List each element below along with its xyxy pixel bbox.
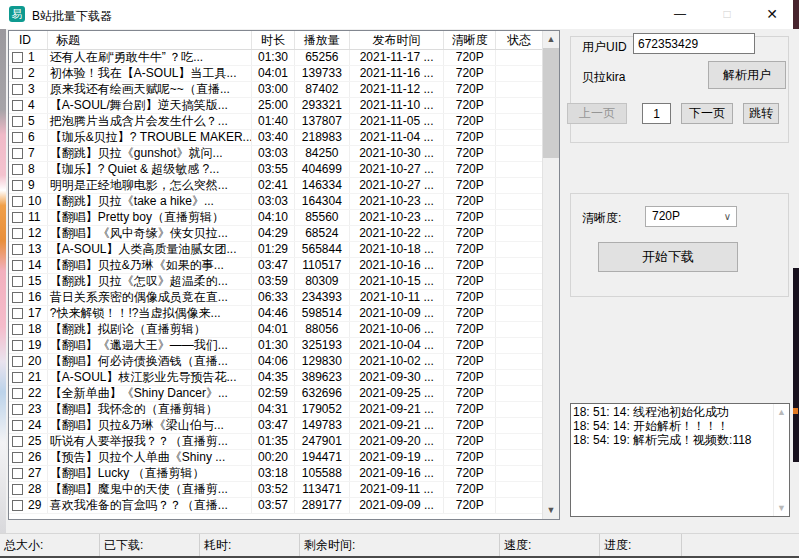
row-checkbox[interactable] <box>12 420 23 431</box>
row-checkbox[interactable] <box>12 84 23 95</box>
table-row[interactable]: 29 喜欢我准备的盲盒吗？？（直播... 03:57 289177 2021-0… <box>9 498 542 514</box>
column-header-quality[interactable]: 清晰度 <box>444 31 496 49</box>
row-checkbox[interactable] <box>12 228 23 239</box>
row-checkbox[interactable] <box>12 372 23 383</box>
table-row[interactable]: 14 【翻唱】贝拉&乃琳《如果的事... 03:47 110517 2021-1… <box>9 258 542 274</box>
row-checkbox[interactable] <box>12 164 23 175</box>
table-row[interactable]: 6 【珈乐&贝拉】? TROUBLE MAKER... 03:40 218983… <box>9 130 542 146</box>
row-checkbox[interactable] <box>12 276 23 287</box>
row-plays: 85560 <box>295 210 350 225</box>
row-id: 24 <box>28 418 41 433</box>
row-checkbox[interactable] <box>12 452 23 463</box>
row-id-cell: 27 <box>9 466 48 481</box>
row-plays: 234393 <box>295 290 350 305</box>
table-row[interactable]: 16 昔日关系亲密的偶像成员竟在直... 06:33 234393 2021-1… <box>9 290 542 306</box>
table-row[interactable]: 18 【翻跳】拟剧论（直播剪辑） 04:01 88056 2021-10-06 … <box>9 322 542 338</box>
row-checkbox[interactable] <box>12 356 23 367</box>
column-header-date[interactable]: 发布时间 <box>350 31 445 49</box>
row-checkbox[interactable] <box>12 244 23 255</box>
table-row[interactable]: 3 原来我还有绘画天赋呢~~（直播... 03:00 87402 2021-11… <box>9 82 542 98</box>
row-title: 【珈乐】? Quiet & 超级敏感 ?... <box>48 162 252 177</box>
column-header-plays[interactable]: 播放量 <box>295 31 350 49</box>
log-scroll-up-icon[interactable]: ▲ <box>774 407 789 417</box>
row-plays: 149783 <box>295 418 350 433</box>
row-checkbox[interactable] <box>12 468 23 479</box>
table-scrollbar[interactable]: ▲ ▼ <box>542 31 559 519</box>
row-title: 明明是正经地聊电影，怎么突然... <box>48 178 252 193</box>
table-row[interactable]: 26 【预告】贝拉个人单曲《Shiny ... 00:20 194471 202… <box>9 450 542 466</box>
row-checkbox[interactable] <box>12 308 23 319</box>
row-checkbox[interactable] <box>12 436 23 447</box>
row-checkbox[interactable] <box>12 68 23 79</box>
table-row[interactable]: 17 ?快来解锁！！!?当虚拟偶像来... 04:46 598514 2021-… <box>9 306 542 322</box>
row-date: 2021-10-04 ... <box>350 338 445 353</box>
row-plays: 404699 <box>295 162 350 177</box>
row-checkbox[interactable] <box>12 132 23 143</box>
row-id-cell: 10 <box>9 194 48 209</box>
close-button[interactable]: ✕ <box>756 0 788 29</box>
table-row[interactable]: 23 【翻唱】我怀念的（直播剪辑） 04:31 179052 2021-09-2… <box>9 402 542 418</box>
table-row[interactable]: 20 【翻唱】何必诗债换酒钱（直播... 04:06 129830 2021-1… <box>9 354 542 370</box>
row-checkbox[interactable] <box>12 148 23 159</box>
table-row[interactable]: 8 【珈乐】? Quiet & 超级敏感 ?... 03:55 404699 2… <box>9 162 542 178</box>
scroll-up-icon[interactable]: ▲ <box>543 31 559 48</box>
row-checkbox[interactable] <box>12 340 23 351</box>
row-checkbox[interactable] <box>12 180 23 191</box>
table-row[interactable]: 22 【全新单曲】《Shiny Dancer》... 02:59 632696 … <box>9 386 542 402</box>
page-number-input[interactable] <box>642 103 671 124</box>
row-checkbox[interactable] <box>12 500 23 511</box>
row-date: 2021-11-10 ... <box>350 98 445 113</box>
row-checkbox[interactable] <box>12 388 23 399</box>
row-date: 2021-09-21 ... <box>350 418 445 433</box>
column-header-status[interactable]: 状态 <box>496 31 542 49</box>
uid-input[interactable] <box>633 33 755 54</box>
table-row[interactable]: 11 【翻唱】Pretty boy（直播剪辑） 04:10 85560 2021… <box>9 210 542 226</box>
log-box[interactable]: 18: 51: 14: 线程池初始化成功18: 54: 14: 开始解析！！！！… <box>570 403 790 517</box>
row-plays: 137807 <box>295 114 350 129</box>
table-row[interactable]: 27 【翻唱】Lucky （直播剪辑） 03:18 105588 2021-09… <box>9 466 542 482</box>
row-checkbox[interactable] <box>12 292 23 303</box>
table-row[interactable]: 10 【翻跳】贝拉《take a hike》... 03:03 164304 2… <box>9 194 542 210</box>
table-row[interactable]: 19 【翻唱】《邋遢大王》——我们... 01:30 325193 2021-1… <box>9 338 542 354</box>
table-row[interactable]: 15 【翻跳】贝拉《怎叹》超温柔的... 03:59 80309 2021-10… <box>9 274 542 290</box>
scroll-down-icon[interactable]: ▼ <box>543 502 559 519</box>
log-scroll-down-icon[interactable]: ▼ <box>774 503 789 513</box>
table-row[interactable]: 25 听说有人要举报我？？（直播剪... 01:35 247901 2021-0… <box>9 434 542 450</box>
table-row[interactable]: 5 把泡腾片当成含片会发生什么？... 01:40 137807 2021-11… <box>9 114 542 130</box>
parse-user-button[interactable]: 解析用户 <box>708 61 786 89</box>
row-checkbox[interactable] <box>12 260 23 271</box>
row-checkbox[interactable] <box>12 52 23 63</box>
table-row[interactable]: 12 【翻唱】《风中奇缘》侠女贝拉... 04:29 68524 2021-10… <box>9 226 542 242</box>
row-title: 【A-SOUL】枝江影业先导预告花... <box>48 370 252 385</box>
row-checkbox[interactable] <box>12 116 23 127</box>
table-row[interactable]: 9 明明是正经地聊电影，怎么突然... 02:41 146334 2021-10… <box>9 178 542 194</box>
row-checkbox[interactable] <box>12 196 23 207</box>
table-row[interactable]: 24 【翻唱】贝拉&乃琳《梁山伯与... 03:47 149783 2021-0… <box>9 418 542 434</box>
next-page-button[interactable]: 下一页 <box>681 103 733 124</box>
table-row[interactable]: 1 还有人在刷“勇敢牛牛” ？吃... 01:30 65256 2021-11-… <box>9 50 542 66</box>
table-row[interactable]: 21 【A-SOUL】枝江影业先导预告花... 04:35 389623 202… <box>9 370 542 386</box>
table-row[interactable]: 4 【A-SOUL/舞台剧】逆天搞笑版... 25:00 293321 2021… <box>9 98 542 114</box>
table-row[interactable]: 7 【翻跳】贝拉《gunshot》就问... 03:03 84250 2021-… <box>9 146 542 162</box>
column-header-id[interactable]: ID <box>9 31 48 49</box>
row-checkbox[interactable] <box>12 484 23 495</box>
row-checkbox[interactable] <box>12 324 23 335</box>
table-row[interactable]: 13 【A-SOUL】人类高质量油腻女团... 01:29 565844 202… <box>9 242 542 258</box>
table-row[interactable]: 2 初体验！我在【A-SOUL】当工具... 04:01 139733 2021… <box>9 66 542 82</box>
row-quality: 720P <box>444 226 496 241</box>
row-checkbox[interactable] <box>12 404 23 415</box>
minimize-button[interactable]: — <box>664 0 696 29</box>
column-header-duration[interactable]: 时长 <box>252 31 295 49</box>
table-row[interactable]: 28 【翻唱】魔鬼中的天使（直播剪... 03:52 113471 2021-0… <box>9 482 542 498</box>
row-id: 8 <box>28 162 35 177</box>
row-checkbox[interactable] <box>12 100 23 111</box>
row-plays: 293321 <box>295 98 350 113</box>
row-status <box>496 66 542 81</box>
log-scrollbar[interactable]: ▲ ▼ <box>773 404 789 516</box>
column-header-title[interactable]: 标题 <box>48 31 252 49</box>
scrollbar-thumb[interactable] <box>543 48 559 158</box>
jump-page-button[interactable]: 跳转 <box>743 103 779 124</box>
row-checkbox[interactable] <box>12 212 23 223</box>
start-download-button[interactable]: 开始下载 <box>598 242 738 272</box>
quality-dropdown[interactable]: 720P ∨ <box>645 206 737 227</box>
